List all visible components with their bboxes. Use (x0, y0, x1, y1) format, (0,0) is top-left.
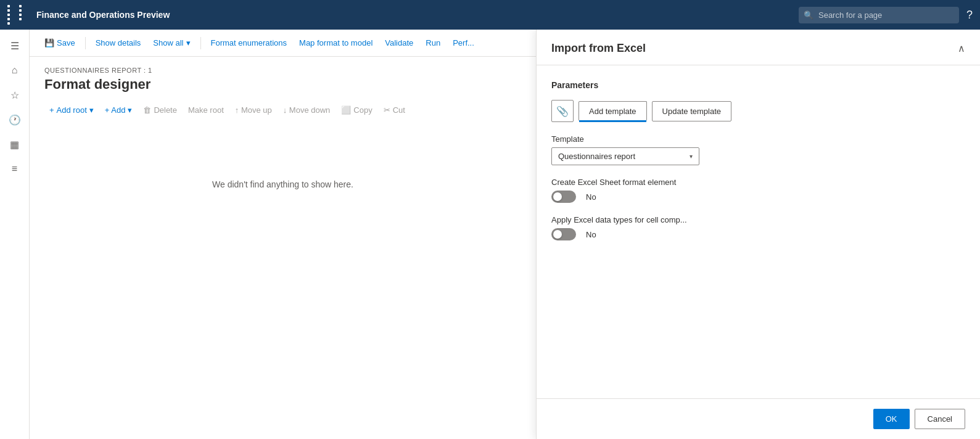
page-content: QUESTIONNAIRES REPORT : 1 Format designe… (30, 57, 536, 439)
sidebar-icon-home[interactable]: ⌂ (4, 59, 26, 81)
breadcrumb: QUESTIONNAIRES REPORT : 1 (44, 67, 521, 74)
add-template-button[interactable]: Add template (579, 101, 647, 121)
cut-button: ✂ Cut (379, 102, 410, 118)
help-icon[interactable]: ? (966, 9, 973, 22)
create-sheet-toggle-row: No (551, 191, 965, 203)
cancel-button[interactable]: Cancel (915, 409, 965, 429)
sidebar-icon-list[interactable]: ≡ (4, 158, 26, 180)
page-title: Format designer (44, 76, 521, 92)
panel-header: Import from Excel ∧ (537, 30, 980, 65)
create-sheet-toggle-knob (553, 192, 562, 201)
map-format-button[interactable]: Map format to model (294, 35, 377, 51)
save-icon: 💾 (44, 38, 54, 47)
parameters-section-title: Parameters (551, 80, 965, 90)
perf-button[interactable]: Perf... (448, 35, 479, 51)
cut-icon: ✂ (384, 105, 390, 115)
left-sidebar: ☰ ⌂ ☆ 🕐 ▦ ≡ (0, 30, 30, 439)
add-chevron-icon: ▾ (128, 105, 132, 115)
panel-body: Parameters 📎 Add template Update templat… (537, 65, 980, 398)
copy-icon: ⬜ (341, 105, 351, 115)
template-select-chevron-icon: ▾ (690, 153, 693, 160)
panel-title: Import from Excel (551, 42, 646, 55)
create-sheet-value: No (586, 192, 596, 202)
app-title: Finance and Operations Preview (36, 10, 791, 20)
show-details-button[interactable]: Show details (91, 35, 146, 51)
toolbar-sep-1 (85, 37, 86, 49)
main-toolbar: 💾 Save Show details Show all ▾ Format en… (30, 30, 536, 57)
apply-types-label: Apply Excel data types for cell comp... (551, 215, 965, 224)
search-input[interactable] (799, 7, 959, 23)
template-field: Template Questionnaires report ▾ (551, 134, 965, 165)
search-wrapper: 🔍 (799, 7, 959, 23)
toolbar-sep-2 (200, 37, 201, 49)
show-all-button[interactable]: Show all ▾ (148, 35, 195, 51)
content-area: 💾 Save Show details Show all ▾ Format en… (30, 30, 536, 439)
add-root-icon: + (49, 105, 54, 115)
panel-footer: OK Cancel (537, 398, 980, 439)
move-up-button: ↑ Move up (230, 102, 277, 118)
update-template-button[interactable]: Update template (652, 101, 731, 121)
move-down-button: ↓ Move down (278, 102, 336, 118)
add-root-button[interactable]: + Add root ▾ (44, 102, 99, 118)
app-grid-icon[interactable] (7, 5, 29, 25)
save-button[interactable]: 💾 Save (39, 35, 80, 51)
make-root-button: Make root (183, 102, 229, 118)
sidebar-icon-favorites[interactable]: ☆ (4, 84, 26, 106)
sidebar-icon-menu[interactable]: ☰ (4, 35, 26, 57)
sidebar-icon-workspaces[interactable]: ▦ (4, 133, 26, 155)
sidebar-icon-recent[interactable]: 🕐 (4, 109, 26, 131)
apply-types-toggle[interactable] (551, 228, 576, 240)
attachment-button[interactable]: 📎 (551, 100, 574, 122)
delete-icon: 🗑 (143, 105, 151, 115)
run-button[interactable]: Run (421, 35, 445, 51)
apply-types-toggle-row: No (551, 228, 965, 240)
create-sheet-label: Create Excel Sheet format element (551, 178, 965, 187)
add-button[interactable]: + Add ▾ (100, 102, 138, 118)
app-body: ☰ ⌂ ☆ 🕐 ▦ ≡ 💾 Save Show details Show all… (0, 30, 980, 439)
copy-button: ⬜ Copy (336, 102, 377, 118)
template-select[interactable]: Questionnaires report ▾ (551, 147, 699, 165)
right-panel: Import from Excel ∧ Parameters 📎 Add tem… (536, 30, 980, 439)
template-label: Template (551, 134, 965, 144)
delete-button: 🗑 Delete (138, 102, 182, 118)
designer-toolbar: + Add root ▾ + Add ▾ 🗑 Delete Make root … (44, 102, 521, 123)
create-sheet-field: Create Excel Sheet format element No (551, 178, 965, 203)
attachment-icon: 📎 (556, 105, 569, 117)
apply-types-value: No (586, 230, 596, 239)
top-bar: Finance and Operations Preview 🔍 ? (0, 0, 980, 30)
tab-buttons-row: 📎 Add template Update template (551, 100, 965, 122)
apply-types-toggle-knob (553, 230, 562, 239)
add-root-chevron-icon: ▾ (89, 105, 94, 115)
create-sheet-toggle[interactable] (551, 191, 576, 203)
template-select-value: Questionnaires report (558, 152, 635, 161)
ok-button[interactable]: OK (873, 409, 910, 429)
empty-state: We didn't find anything to show here. (44, 123, 521, 246)
panel-collapse-button[interactable]: ∧ (958, 43, 965, 54)
show-all-chevron-icon: ▾ (186, 38, 191, 47)
format-enumerations-button[interactable]: Format enumerations (206, 35, 292, 51)
validate-button[interactable]: Validate (380, 35, 418, 51)
apply-types-field: Apply Excel data types for cell comp... … (551, 215, 965, 240)
